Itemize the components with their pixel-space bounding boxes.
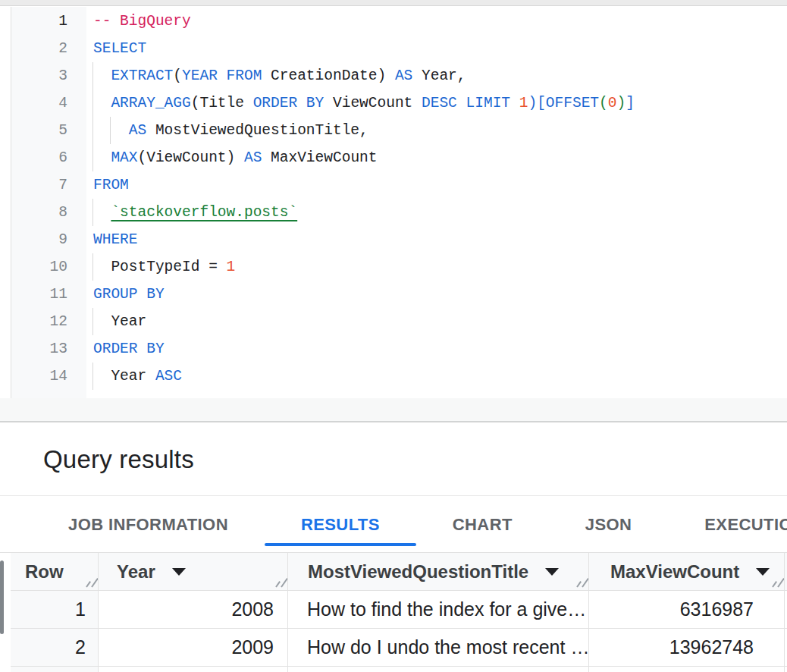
- indent-guide: [92, 308, 93, 335]
- cell-year: 2009: [99, 629, 288, 666]
- code-token: YEAR: [182, 68, 218, 84]
- code-token: EXTRACT: [111, 68, 173, 84]
- column-resize-grip[interactable]: [271, 575, 284, 587]
- code-text: ARRAY_AGG(Title ORDER BY ViewCount DESC …: [86, 89, 635, 117]
- column-resize-grip[interactable]: [768, 575, 780, 587]
- code-token: ]: [626, 95, 635, 111]
- sql-editor[interactable]: 1-- BigQuery2SELECT3 EXTRACT(YEAR FROM C…: [11, 7, 787, 398]
- tab-label: JSON: [585, 515, 632, 535]
- table-header-row: RowYearMostViewedQuestionTitleMaxViewCou…: [11, 553, 787, 591]
- code-token: (Title: [191, 95, 253, 111]
- code-token: [510, 95, 519, 111]
- column-resize-grip[interactable]: [572, 575, 585, 587]
- tab-job-information[interactable]: JOB INFORMATION: [32, 497, 265, 552]
- table-row[interactable]: [11, 667, 787, 672]
- column-header-maxviewcount[interactable]: MaxViewCount: [589, 553, 785, 590]
- code-line[interactable]: 7FROM: [11, 171, 787, 199]
- code-text: EXTRACT(YEAR FROM CreationDate) AS Year,: [86, 62, 466, 89]
- code-token: PostTypeId =: [111, 259, 226, 275]
- line-number: 7: [11, 171, 86, 199]
- line-number: 10: [11, 253, 86, 281]
- code-line[interactable]: 14 Year ASC: [11, 363, 787, 390]
- tab-results[interactable]: RESULTS: [265, 497, 416, 552]
- code-line[interactable]: 11GROUP BY: [11, 281, 787, 308]
- code-token: 0: [608, 95, 617, 111]
- tab-label: EXECUTION DETAILS: [704, 515, 787, 535]
- scrollbar-thumb[interactable]: [0, 561, 4, 634]
- code-line[interactable]: 6 MAX(ViewCount) AS MaxViewCount: [11, 144, 787, 171]
- code-token: LIMIT: [466, 95, 511, 111]
- code-line[interactable]: 13ORDER BY: [11, 335, 787, 363]
- code-line[interactable]: 1-- BigQuery: [11, 8, 787, 35]
- code-text: WHERE: [86, 226, 138, 253]
- code-token: MAX: [111, 149, 137, 166]
- code-token: )[: [528, 95, 545, 111]
- column-header-row[interactable]: Row: [11, 553, 99, 590]
- column-menu-arrow-icon[interactable]: [545, 568, 559, 576]
- code-text: Year: [86, 308, 146, 335]
- code-token: `stackoverflow.posts`: [111, 204, 297, 221]
- code-line[interactable]: 3 EXTRACT(YEAR FROM CreationDate) AS Yea…: [11, 62, 787, 89]
- cell-year: [99, 667, 288, 672]
- indent-guide: [92, 117, 93, 144]
- code-text: GROUP BY: [86, 281, 165, 308]
- code-token: FROM: [227, 68, 262, 84]
- code-text: FROM: [86, 171, 129, 199]
- code-token: [93, 313, 111, 330]
- code-line[interactable]: 5 AS MostViewedQuestionTitle,: [11, 117, 787, 144]
- line-number: 9: [11, 226, 86, 253]
- line-number: 6: [11, 144, 86, 171]
- cell-mostviewedquestiontitle: How do I undo the most recent …: [288, 629, 589, 666]
- code-text: AS MostViewedQuestionTitle,: [86, 117, 368, 144]
- table-row[interactable]: 12008How to find the index for a give…63…: [11, 591, 787, 629]
- code-token: [93, 122, 129, 139]
- code-token: 1: [519, 95, 528, 111]
- column-header-year[interactable]: Year: [99, 553, 288, 590]
- column-label: Row: [25, 561, 64, 583]
- line-number: 4: [11, 89, 86, 117]
- editor-top-border: [0, 0, 787, 6]
- code-token: GROUP BY: [93, 286, 165, 303]
- column-resize-grip[interactable]: [82, 575, 94, 587]
- code-text: Year ASC: [86, 363, 182, 390]
- code-token: MaxViewCount: [262, 149, 377, 166]
- line-number: 2: [11, 35, 86, 62]
- table-row[interactable]: 22009How do I undo the most recent …1396…: [11, 629, 787, 667]
- indent-guide: [92, 62, 93, 89]
- tab-label: CHART: [453, 515, 513, 535]
- tab-execution-details[interactable]: EXECUTION DETAILS: [668, 497, 787, 552]
- tab-label: JOB INFORMATION: [68, 515, 228, 535]
- line-number: 11: [11, 281, 86, 308]
- column-header-mostviewedquestiontitle[interactable]: MostViewedQuestionTitle: [288, 553, 589, 590]
- code-token: (ViewCount): [138, 149, 244, 166]
- code-line[interactable]: 9WHERE: [11, 226, 787, 253]
- code-line[interactable]: 12 Year: [11, 308, 787, 335]
- line-number: 1: [11, 8, 86, 35]
- code-token: [93, 95, 111, 111]
- cell-mostviewedquestiontitle: How to find the index for a give…: [288, 591, 589, 628]
- code-token: SELECT: [93, 40, 146, 57]
- code-token: [93, 68, 111, 84]
- code-token: MostViewedQuestionTitle,: [146, 122, 368, 139]
- line-number: 3: [11, 62, 86, 89]
- results-tab-bar: JOB INFORMATIONRESULTSCHARTJSONEXECUTION…: [0, 497, 787, 553]
- code-token: ARRAY_AGG: [111, 95, 190, 111]
- code-line[interactable]: 4 ARRAY_AGG(Title ORDER BY ViewCount DES…: [11, 89, 787, 117]
- code-token: OFFSET: [546, 95, 599, 111]
- code-token: [457, 95, 466, 111]
- column-menu-arrow-icon[interactable]: [756, 568, 770, 576]
- indent-guide: [92, 144, 93, 171]
- indent-guide: [110, 117, 111, 144]
- column-menu-arrow-icon[interactable]: [172, 568, 186, 576]
- code-line[interactable]: 2SELECT: [11, 35, 787, 62]
- code-line[interactable]: 10 PostTypeId = 1: [11, 253, 787, 281]
- code-token: AS: [244, 149, 262, 166]
- code-line[interactable]: 8 `stackoverflow.posts`: [11, 199, 787, 226]
- code-token: CreationDate): [262, 68, 395, 84]
- tab-json[interactable]: JSON: [549, 497, 669, 552]
- query-results-header: Query results: [0, 422, 787, 496]
- cell-maxviewcount: 13962748: [589, 629, 785, 666]
- code-token: ViewCount: [324, 95, 422, 111]
- tab-chart[interactable]: CHART: [416, 497, 549, 552]
- tab-label: RESULTS: [301, 515, 380, 535]
